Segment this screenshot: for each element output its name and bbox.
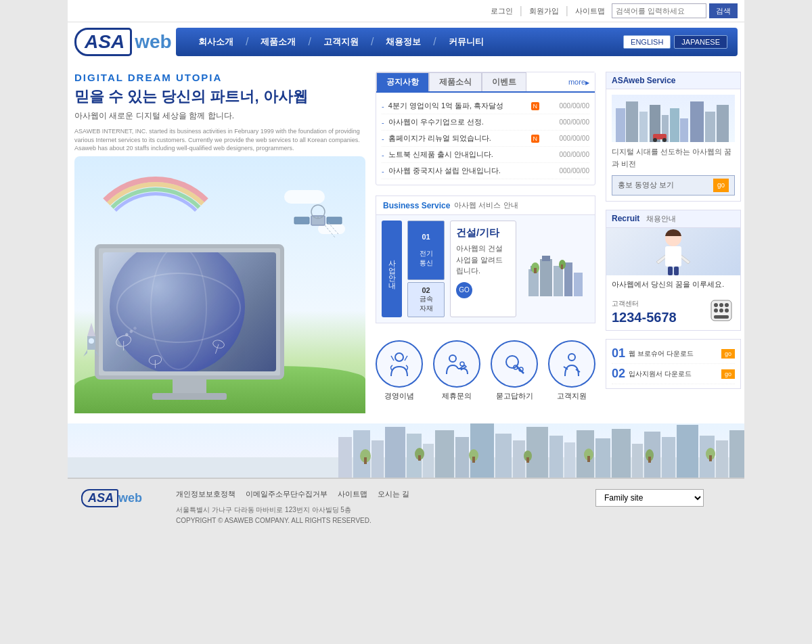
quick-label: 묻고답하기 — [491, 391, 538, 401]
phone-number: 1234-5678 — [612, 310, 677, 325]
partnership-icon — [433, 340, 480, 388]
hero-desc: 아사웹이 새로운 디지털 세상을 함께 합니다. — [74, 110, 365, 122]
main-nav: 회사소개 / 제품소개 / 고객지원 / 채용정보 / 커뮤니티 ENGLISH… — [176, 28, 738, 56]
svg-rect-83 — [595, 438, 610, 478]
family-site-select[interactable]: Family site — [595, 489, 704, 507]
quick-link-customer[interactable]: 고객지원 — [548, 340, 595, 401]
quick-link-management[interactable]: 경영이념 — [376, 340, 423, 401]
logo-web: web — [135, 31, 171, 52]
svg-rect-47 — [670, 108, 679, 142]
news-list: - 4분기 영업이익 1억 돌파, 흑자달성 N 000/00/00 - 아사웹… — [376, 93, 595, 185]
svg-rect-49 — [690, 101, 704, 142]
phone-label: 고객센터 — [612, 299, 677, 308]
footer-link-sitemap[interactable]: 사이트맵 — [338, 489, 367, 499]
nav-item-support[interactable]: 고객지원 — [311, 36, 371, 48]
svg-rect-42 — [616, 108, 625, 142]
svg-point-54 — [662, 138, 667, 142]
monitor-body — [95, 244, 284, 380]
main-content: DIGITAL DREAM UTOPIA 믿을 수 있는 당신의 파트너, 아사… — [68, 62, 744, 423]
quick-link-partnership[interactable]: 제휴문의 — [433, 340, 480, 401]
tab-event[interactable]: 이벤트 — [482, 72, 526, 91]
svg-line-12 — [215, 344, 219, 354]
login-link[interactable]: 로그인 — [491, 6, 513, 16]
monitor-foot — [152, 393, 227, 400]
svg-rect-91 — [729, 430, 744, 478]
download-go-1[interactable]: go — [721, 349, 735, 359]
lang-english-button[interactable]: ENGLISH — [623, 35, 671, 49]
management-icon — [376, 340, 423, 388]
tabs-more[interactable]: more — [568, 78, 595, 86]
svg-rect-26 — [564, 262, 572, 296]
svg-rect-80 — [549, 436, 563, 478]
nav-item-community[interactable]: 커뮤니티 — [436, 36, 496, 48]
news-item: - 홈페이지가 리뉴얼 되었습니다. N 000/00/00 — [382, 131, 589, 147]
svg-point-64 — [719, 308, 723, 313]
svg-point-61 — [719, 303, 723, 307]
join-link[interactable]: 회원가입 — [529, 6, 559, 16]
space-satellite — [291, 197, 345, 254]
download-list: 01 웹 브로슈어 다운로드 go 02 입사지원서 다운로드 go — [606, 340, 740, 388]
service-section: ASAweb Service — [606, 72, 741, 202]
search-button[interactable]: 검색 — [709, 3, 738, 18]
svg-point-14 — [130, 330, 133, 333]
svg-rect-21 — [528, 269, 539, 296]
svg-rect-74 — [435, 430, 454, 478]
logo: ASAweb — [74, 28, 176, 56]
svg-rect-101 — [587, 456, 590, 462]
quick-label: 고객지원 — [548, 391, 595, 401]
business-tabs: 01 전기 통신 02 금속 자재 — [407, 221, 445, 317]
svg-rect-81 — [564, 442, 575, 478]
biz-tab-1[interactable]: 01 전기 통신 — [407, 221, 445, 280]
svg-rect-88 — [677, 425, 698, 478]
svg-line-5 — [328, 223, 338, 234]
svg-point-53 — [653, 138, 657, 142]
nav-item-company[interactable]: 회사소개 — [186, 36, 246, 48]
svg-rect-103 — [648, 457, 651, 463]
download-item-1: 01 웹 브로슈어 다운로드 go — [612, 344, 735, 364]
quick-link-faq[interactable]: 묻고답하기 — [491, 340, 538, 401]
search-input[interactable] — [612, 3, 706, 18]
biz-tab-2[interactable]: 02 금속 자재 — [407, 282, 445, 317]
nav-item-product[interactable]: 제품소개 — [248, 36, 308, 48]
download-go-2[interactable]: go — [721, 369, 735, 379]
video-button[interactable]: 홍보 동영상 보기 go — [612, 175, 735, 196]
customer-icon — [548, 340, 595, 388]
divider1: | — [520, 5, 522, 17]
sitemap-link[interactable]: 사이트맵 — [575, 6, 605, 16]
svg-rect-95 — [418, 455, 421, 461]
quick-label: 제휴문의 — [433, 391, 480, 401]
svg-rect-75 — [455, 437, 469, 478]
svg-point-13 — [125, 334, 128, 336]
nav-item-recruit[interactable]: 채용정보 — [374, 36, 433, 48]
svg-rect-78 — [513, 440, 525, 478]
svg-rect-43 — [626, 101, 638, 142]
svg-marker-16 — [87, 323, 95, 336]
svg-rect-51 — [717, 105, 729, 142]
footer-link-email[interactable]: 이메일주소무단수집거부 — [246, 489, 328, 499]
business-body: 사업안내 01 전기 통신 02 금속 자재 건설/기타 아사웹의 건 — [376, 215, 595, 323]
tab-product[interactable]: 제품소식 — [429, 72, 482, 91]
footer-link-directions[interactable]: 오시는 길 — [378, 489, 409, 499]
news-item: - 아사웹 중국지사 설립 안내입니다. 000/00/00 — [382, 163, 589, 179]
svg-rect-23 — [540, 259, 552, 296]
news-tabs-section: 공지사항 제품소식 이벤트 more - 4분기 영업이익 1억 돌파, 흑자달… — [376, 72, 595, 185]
right-sidebar: ASAweb Service — [606, 72, 741, 413]
footer-link-privacy[interactable]: 개인정보보호정책 — [176, 489, 235, 499]
lang-japanese-button[interactable]: JAPANESE — [674, 35, 727, 49]
recruit-title: Recruit 채용안내 — [606, 210, 740, 228]
svg-rect-97 — [472, 457, 475, 463]
svg-point-63 — [714, 308, 718, 313]
svg-point-60 — [714, 303, 718, 307]
svg-line-33 — [391, 356, 394, 361]
business-go-button[interactable]: GO — [456, 282, 472, 298]
quick-links: 경영이념 제휴문의 — [376, 334, 595, 408]
left-panel: DIGITAL DREAM UTOPIA 믿을 수 있는 당신의 파트너, 아사… — [74, 72, 365, 413]
svg-rect-25 — [554, 266, 563, 296]
quick-label: 경영이념 — [376, 391, 423, 401]
tab-notice[interactable]: 공지사항 — [376, 72, 429, 91]
footer-nav: 개인정보보호정책 이메일주소무단수집거부 사이트맵 오시는 길 — [176, 489, 582, 499]
hero-subtitle: 믿을 수 있는 당신의 파트너, 아사웹 — [74, 87, 365, 107]
footer-right: Family site — [595, 489, 731, 507]
svg-point-15 — [134, 327, 137, 329]
svg-rect-1 — [294, 217, 309, 224]
